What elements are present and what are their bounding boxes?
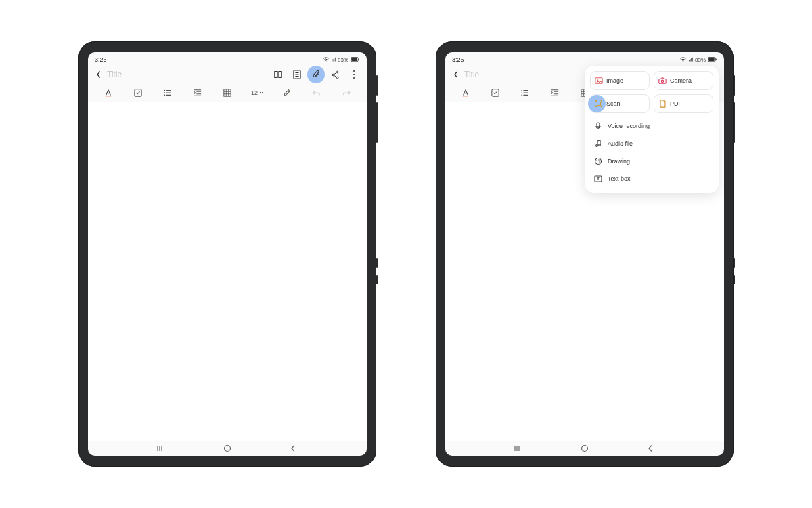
svg-rect-30	[659, 79, 666, 83]
back-button[interactable]	[449, 68, 463, 81]
svg-point-29	[597, 79, 598, 81]
pen-tool[interactable]	[272, 89, 302, 97]
svg-point-4	[336, 71, 338, 73]
table-tool[interactable]	[212, 89, 242, 97]
svg-point-35	[599, 144, 601, 146]
svg-point-39	[599, 161, 600, 162]
svg-rect-20	[716, 58, 717, 60]
svg-point-25	[521, 95, 522, 96]
scan-icon	[595, 100, 603, 108]
svg-rect-32	[597, 102, 600, 105]
status-bar: 3:25 83%	[445, 52, 724, 65]
svg-point-17	[224, 446, 230, 452]
attach-scan-label: Scan	[606, 100, 621, 107]
note-canvas[interactable]	[88, 102, 367, 441]
battery-icon	[708, 57, 717, 62]
pdf-icon	[658, 100, 667, 108]
undo-tool[interactable]	[302, 89, 332, 96]
attach-image-label: Image	[606, 77, 623, 84]
nav-recents[interactable]	[505, 445, 533, 452]
redo-tool[interactable]	[332, 89, 361, 96]
attach-voice[interactable]: Voice recording	[590, 117, 713, 135]
audio-icon	[594, 140, 602, 148]
battery-label: 83%	[695, 57, 706, 63]
font-size-tool[interactable]: 12	[242, 89, 272, 96]
nav-recents[interactable]	[148, 445, 175, 452]
note-title-input[interactable]: Title	[107, 70, 271, 79]
svg-point-27	[581, 446, 587, 452]
tablet-right: 3:25 83% Title	[436, 41, 734, 467]
svg-rect-10	[106, 96, 112, 96]
attach-camera-label: Camera	[670, 77, 692, 84]
back-button[interactable]	[92, 68, 106, 81]
svg-rect-1	[351, 58, 357, 61]
app-header: Title	[88, 65, 367, 84]
attach-pdf[interactable]: PDF	[654, 94, 713, 113]
attach-pdf-label: PDF	[670, 100, 682, 107]
page-template-button[interactable]	[290, 67, 304, 82]
signal-icon	[331, 57, 336, 62]
attach-drawing-label: Drawing	[608, 158, 630, 165]
attach-audio[interactable]: Audio file	[590, 135, 713, 152]
list-tool[interactable]	[153, 89, 183, 97]
system-navbar	[445, 441, 724, 456]
svg-rect-21	[463, 96, 469, 96]
indent-tool[interactable]	[540, 89, 570, 97]
list-tool[interactable]	[510, 89, 540, 97]
checkbox-tool[interactable]	[480, 89, 510, 97]
system-navbar	[88, 441, 367, 456]
svg-rect-2	[359, 58, 359, 60]
text-style-tool[interactable]	[93, 89, 123, 97]
attach-audio-label: Audio file	[608, 140, 633, 147]
indent-tool[interactable]	[183, 89, 212, 97]
camera-icon	[658, 77, 667, 85]
signal-icon	[688, 57, 693, 62]
svg-rect-11	[135, 89, 141, 96]
nav-home[interactable]	[571, 444, 598, 452]
svg-point-6	[336, 77, 338, 79]
drawing-icon	[594, 157, 602, 165]
text-style-tool[interactable]	[451, 89, 480, 97]
svg-point-24	[521, 92, 522, 93]
attach-image[interactable]: Image	[590, 71, 650, 90]
nav-home[interactable]	[214, 444, 241, 452]
share-button[interactable]	[328, 67, 342, 82]
nav-back[interactable]	[279, 445, 307, 452]
svg-point-37	[596, 160, 597, 161]
svg-point-38	[598, 159, 599, 160]
attach-scan[interactable]: Scan	[590, 94, 650, 113]
attach-textbox-label: Text box	[608, 175, 631, 182]
checkbox-tool[interactable]	[123, 89, 153, 97]
svg-rect-19	[708, 58, 715, 61]
svg-point-16	[289, 90, 290, 91]
attach-textbox[interactable]: Text box	[590, 170, 713, 188]
svg-point-8	[353, 74, 355, 75]
svg-point-23	[521, 90, 522, 91]
nav-back[interactable]	[637, 445, 664, 452]
svg-point-14	[164, 95, 165, 96]
svg-rect-15	[224, 89, 231, 96]
svg-point-13	[164, 92, 165, 93]
text-cursor	[95, 106, 95, 114]
attach-menu: Image Camera Scan PDF	[585, 66, 719, 193]
svg-point-34	[596, 145, 598, 147]
svg-point-5	[332, 74, 334, 76]
format-toolbar: 12	[88, 84, 367, 102]
wifi-icon	[680, 57, 686, 62]
attach-button[interactable]	[309, 67, 323, 82]
attach-drawing[interactable]: Drawing	[590, 152, 713, 170]
svg-point-31	[661, 80, 663, 82]
more-button[interactable]	[346, 67, 361, 82]
tablet-left: 3:25 83% Title	[78, 41, 376, 467]
status-time: 3:25	[95, 56, 107, 63]
svg-point-36	[595, 158, 602, 165]
status-bar: 3:25 83%	[88, 52, 367, 65]
battery-label: 83%	[338, 57, 348, 63]
reading-mode-button[interactable]	[271, 67, 286, 82]
status-time: 3:25	[452, 56, 464, 63]
svg-point-12	[164, 90, 165, 91]
attach-camera[interactable]: Camera	[654, 71, 713, 90]
attach-voice-label: Voice recording	[608, 123, 650, 129]
textbox-icon	[594, 175, 602, 183]
svg-point-9	[353, 77, 355, 79]
